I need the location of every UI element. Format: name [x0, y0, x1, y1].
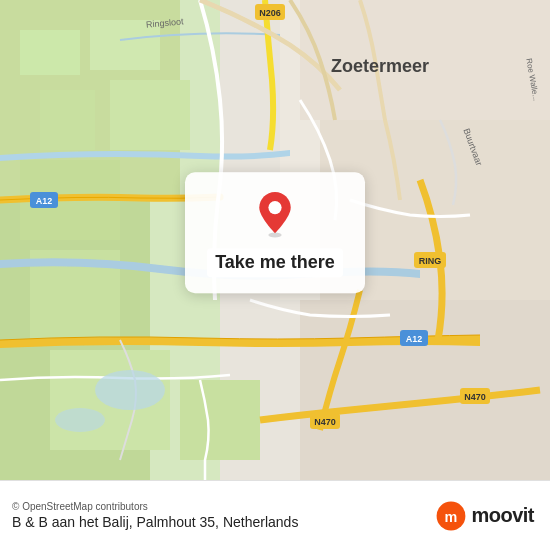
osm-attribution: © OpenStreetMap contributors [12, 501, 298, 512]
svg-rect-15 [180, 380, 260, 460]
moovit-logo: m moovit [435, 500, 534, 532]
svg-text:RING: RING [419, 256, 442, 266]
svg-point-17 [55, 408, 105, 432]
svg-text:N206: N206 [259, 8, 281, 18]
svg-rect-11 [110, 80, 190, 150]
svg-rect-10 [40, 90, 95, 150]
svg-text:A12: A12 [36, 196, 53, 206]
moovit-brand-icon: m [435, 500, 467, 532]
footer-left: © OpenStreetMap contributors B & B aan h… [12, 501, 298, 530]
map-container: A12 A12 N206 N470 N470 RING Zoetermeer R… [0, 0, 550, 480]
svg-point-35 [268, 201, 281, 214]
footer: © OpenStreetMap contributors B & B aan h… [0, 480, 550, 550]
svg-rect-8 [20, 30, 80, 75]
svg-text:N470: N470 [314, 417, 336, 427]
svg-text:N470: N470 [464, 392, 486, 402]
svg-text:A12: A12 [406, 334, 423, 344]
app: A12 A12 N206 N470 N470 RING Zoetermeer R… [0, 0, 550, 550]
location-name: B & B aan het Balij, Palmhout 35, Nether… [12, 514, 298, 530]
take-me-there-button[interactable]: Take me there [207, 248, 343, 277]
svg-text:m: m [445, 508, 458, 524]
svg-point-16 [95, 370, 165, 410]
moovit-brand-text: moovit [471, 504, 534, 527]
map-pin-icon [251, 190, 299, 238]
svg-text:Zoetermeer: Zoetermeer [331, 56, 429, 76]
location-card: Take me there [185, 172, 365, 293]
